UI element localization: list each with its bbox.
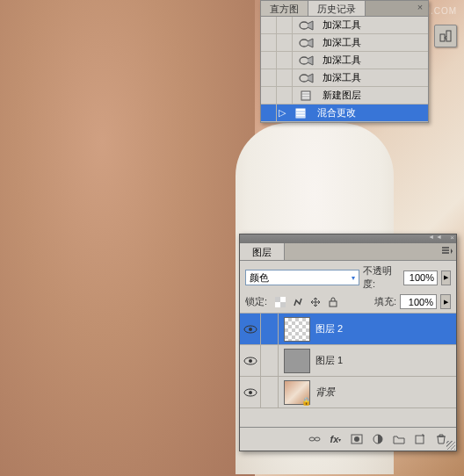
- history-item-label: 加深工具: [321, 36, 428, 49]
- new-layer-icon: [296, 89, 317, 103]
- svg-point-20: [315, 437, 320, 441]
- history-item-label: 加深工具: [321, 54, 428, 67]
- blend-mode-value: 颜色: [250, 271, 269, 285]
- blend-mode-select[interactable]: 颜色 ▾: [245, 270, 359, 285]
- history-list: 加深工具 加深工具 加深工具 加深工具 新建图层 ▷: [261, 17, 428, 122]
- history-item-selected[interactable]: ▷ 混合更改: [261, 105, 428, 122]
- svg-point-2: [300, 57, 308, 64]
- tab-histogram[interactable]: 直方图: [261, 1, 308, 16]
- link-col[interactable]: [261, 345, 279, 377]
- lock-position-icon[interactable]: [309, 296, 322, 308]
- lock-icon: 🔒: [301, 397, 311, 406]
- history-item[interactable]: 加深工具: [261, 52, 428, 69]
- svg-point-0: [300, 22, 308, 29]
- visibility-toggle[interactable]: [240, 345, 261, 377]
- burn-tool-icon: [296, 18, 317, 32]
- history-current-caret-icon: ▷: [277, 107, 287, 119]
- layers-panel: × 图层 颜色 ▾ 不透明度: 100% ▶ 锁定: 填充: 100% ▶: [239, 234, 457, 451]
- eye-icon: [243, 325, 257, 334]
- fill-label: 填充:: [374, 295, 396, 308]
- lock-transparency-icon[interactable]: [274, 296, 286, 308]
- history-brush-checkbox[interactable]: [261, 69, 277, 87]
- lock-all-icon[interactable]: [327, 296, 339, 308]
- history-item[interactable]: 加深工具: [261, 17, 428, 34]
- lock-label: 锁定:: [245, 295, 267, 308]
- layer-list: 图层 2 图层 1 🔒 背景: [240, 314, 456, 428]
- layers-tabrow: 图层: [240, 243, 456, 261]
- link-col[interactable]: [261, 377, 279, 408]
- burn-tool-icon: [296, 54, 317, 68]
- layer-name[interactable]: 图层 1: [315, 354, 456, 367]
- layer-row[interactable]: 图层 1: [240, 345, 456, 377]
- layer-row[interactable]: 🔒 背景: [240, 377, 456, 408]
- adjustment-layer-button[interactable]: [368, 430, 388, 448]
- svg-rect-4: [301, 91, 310, 100]
- link-col[interactable]: [261, 314, 279, 345]
- tab-history[interactable]: 历史记录: [308, 1, 366, 16]
- history-item[interactable]: 新建图层: [261, 87, 428, 105]
- eye-icon: [243, 357, 257, 365]
- history-snapshot-col: [277, 52, 293, 69]
- svg-point-14: [249, 328, 252, 331]
- svg-rect-12: [330, 301, 337, 307]
- history-brush-checkbox[interactable]: [261, 105, 277, 122]
- history-item-label: 加深工具: [321, 71, 428, 84]
- history-item-label: 混合更改: [315, 106, 428, 119]
- layer-thumbnail[interactable]: [284, 317, 310, 342]
- layer-thumbnail[interactable]: 🔒: [284, 380, 310, 405]
- tab-layers[interactable]: 图层: [240, 243, 285, 260]
- history-brush-checkbox[interactable]: [261, 17, 277, 34]
- lock-pixels-icon[interactable]: [292, 296, 304, 308]
- layer-mask-button[interactable]: [347, 430, 366, 448]
- svg-rect-8: [275, 297, 280, 302]
- svg-point-22: [354, 436, 359, 442]
- layers-close-icon[interactable]: ×: [450, 234, 454, 242]
- opacity-input[interactable]: 100%: [403, 270, 438, 285]
- dropdown-arrow-icon: ▾: [352, 274, 355, 282]
- blend-change-icon: [291, 106, 312, 120]
- history-snapshot-col: [277, 87, 293, 105]
- layer-row-selected[interactable]: 图层 2: [240, 314, 456, 345]
- visibility-toggle[interactable]: [240, 377, 261, 408]
- svg-rect-6: [440, 34, 445, 41]
- history-close-icon[interactable]: ×: [414, 2, 426, 14]
- svg-point-3: [300, 75, 308, 82]
- history-item-label: 新建图层: [321, 89, 428, 102]
- burn-tool-icon: [296, 36, 317, 50]
- svg-point-18: [249, 391, 252, 394]
- burn-tool-icon: [296, 71, 317, 85]
- history-item-label: 加深工具: [321, 18, 428, 32]
- history-item[interactable]: 加深工具: [261, 69, 428, 87]
- visibility-toggle[interactable]: [240, 314, 261, 345]
- new-layer-button[interactable]: [410, 430, 430, 448]
- history-item[interactable]: 加深工具: [261, 34, 428, 52]
- fill-flyout-icon[interactable]: ▶: [440, 294, 451, 309]
- dock-toggle-button[interactable]: [434, 25, 457, 47]
- svg-point-16: [249, 359, 252, 363]
- history-snapshot-col: [277, 34, 293, 52]
- svg-rect-5: [296, 109, 305, 118]
- fill-input[interactable]: 100%: [400, 294, 437, 309]
- layers-panel-menu-icon[interactable]: [442, 247, 453, 257]
- svg-point-1: [300, 40, 308, 47]
- resize-grip-icon[interactable]: [446, 441, 455, 450]
- opacity-flyout-icon[interactable]: ▶: [441, 270, 451, 285]
- history-brush-checkbox[interactable]: [261, 87, 277, 105]
- opacity-label: 不透明度:: [363, 264, 400, 291]
- link-layers-button[interactable]: [305, 430, 324, 448]
- history-snapshot-col: [277, 69, 293, 87]
- layer-name[interactable]: 图层 2: [315, 322, 456, 335]
- history-snapshot-col: [277, 17, 293, 34]
- history-tabs: 直方图 历史记录 ×: [261, 1, 428, 17]
- layer-thumbnail[interactable]: [284, 349, 310, 373]
- history-brush-checkbox[interactable]: [261, 34, 277, 52]
- layers-titlebar[interactable]: ×: [240, 234, 456, 243]
- new-group-button[interactable]: [389, 430, 409, 448]
- history-panel: 直方图 历史记录 × 加深工具 加深工具 加深工具 加深工具: [260, 0, 429, 123]
- layers-footer: fx▾: [240, 428, 456, 451]
- layer-style-button[interactable]: fx▾: [326, 430, 345, 448]
- svg-rect-9: [280, 302, 286, 307]
- layers-controls: 颜色 ▾ 不透明度: 100% ▶ 锁定: 填充: 100% ▶: [240, 261, 456, 314]
- layer-name[interactable]: 背景: [315, 386, 456, 399]
- history-brush-checkbox[interactable]: [261, 52, 277, 69]
